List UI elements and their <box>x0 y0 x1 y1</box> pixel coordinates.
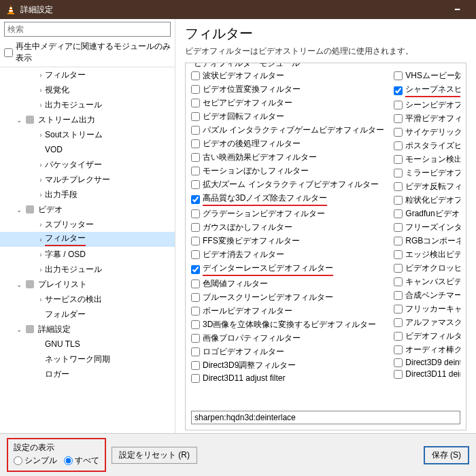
module-only-input[interactable] <box>4 48 13 57</box>
filter-checkbox-input[interactable] <box>191 265 200 274</box>
filter-checkbox-input[interactable] <box>394 332 403 341</box>
filter-checkbox[interactable]: ブルースクリーンビデオフィルター <box>191 292 384 303</box>
filter-checkbox[interactable]: 波状ビデオフィルター <box>191 70 384 82</box>
filter-checkbox[interactable]: ビデオ回転フィルター <box>191 111 384 122</box>
filter-checkbox[interactable]: 画像プロパティフィルター <box>191 333 384 344</box>
filter-checkbox[interactable]: フリッカーキャンセルビデオフィルター <box>394 303 460 315</box>
tree-item[interactable]: ⌄ストリーム出力 <box>0 112 175 127</box>
filter-checkbox[interactable]: 色閾値フィルター <box>191 278 384 290</box>
filter-checkbox[interactable]: VHSムービー効果ビデオフィルター <box>394 70 460 82</box>
filter-checkbox-input[interactable] <box>191 334 200 343</box>
filter-checkbox[interactable]: エッジ検出ビデオフィルター <box>394 249 460 260</box>
filter-checkbox-input[interactable] <box>394 370 403 379</box>
filter-checkbox[interactable]: サイケデリックビデオフィルター <box>394 126 460 138</box>
tree-item[interactable]: ›フィルター <box>0 232 175 247</box>
filter-checkbox-input[interactable] <box>394 182 403 191</box>
settings-tree[interactable]: ›フィルター›視覚化›出力モジュール⌄ストリーム出力›SoutストリームVOD›… <box>0 67 175 433</box>
module-only-checkbox[interactable]: 再生中メディアに関連するモジュールのみ表示 <box>0 39 175 67</box>
tree-item[interactable]: ›出力モジュール <box>0 262 175 277</box>
tree-item[interactable]: ロガー <box>0 367 175 381</box>
filter-checkbox-input[interactable] <box>394 155 403 164</box>
tree-item[interactable]: フォルダー <box>0 307 175 322</box>
filter-checkbox[interactable]: 高品質な3Dノイズ除去フィルター <box>191 192 384 206</box>
tree-item[interactable]: ⌄詳細設定 <box>0 322 175 337</box>
filter-checkbox[interactable]: デインターレースビデオフィルター <box>191 262 384 276</box>
filter-checkbox[interactable]: ミラービデオフィルター <box>394 167 460 179</box>
filter-checkbox[interactable]: ビデオ消去フィルター <box>191 249 384 260</box>
tree-item[interactable]: ›サービスの検出 <box>0 292 175 307</box>
filter-checkbox[interactable]: ビデオの後処理フィルター <box>191 138 384 150</box>
filter-checkbox-input[interactable] <box>191 347 200 356</box>
filter-checkbox-input[interactable] <box>394 358 403 367</box>
filter-checkbox[interactable]: ビデオフィルターモジュールのチェーン <box>394 330 460 342</box>
radio-simple[interactable]: シンプル <box>14 455 57 466</box>
filter-checkbox-input[interactable] <box>191 139 200 148</box>
filter-checkbox[interactable]: RGBコンポーネント抽出ビデオフィル <box>394 235 460 247</box>
filter-checkbox[interactable]: シャープネスビデオフィルター <box>394 84 460 97</box>
filter-checkbox-input[interactable] <box>394 277 403 286</box>
tree-item[interactable]: ›字幕 / OSD <box>0 247 175 262</box>
filter-checkbox-input[interactable] <box>394 223 403 232</box>
tree-item[interactable]: ›視覚化 <box>0 82 175 97</box>
filter-checkbox-input[interactable] <box>394 114 403 123</box>
radio-all[interactable]: すべて <box>64 455 99 466</box>
filter-checkbox-input[interactable] <box>394 264 403 273</box>
filter-checkbox[interactable]: モーションぼかしフィルター <box>191 165 384 177</box>
filter-checkbox[interactable]: 3D画像を立体映像に変換するビデオフィルター <box>191 319 384 330</box>
filter-checkbox[interactable]: Direct3D9 deinterlace filter <box>394 358 460 367</box>
filter-checkbox-input[interactable] <box>394 318 403 327</box>
filter-checkbox-input[interactable] <box>191 237 200 245</box>
tree-item[interactable]: ›マルチプレクサー <box>0 172 175 187</box>
tree-item[interactable]: ›Soutストリーム <box>0 127 175 142</box>
filter-checkbox[interactable]: Direct3D11 adjust filter <box>191 373 384 383</box>
filter-checkbox-input[interactable] <box>394 71 403 80</box>
filter-checkbox-input[interactable] <box>394 345 403 354</box>
tree-item[interactable]: GNU TLS <box>0 337 175 352</box>
filter-checkbox[interactable]: ポスタライズビデオフィルター <box>394 140 460 152</box>
reset-button[interactable]: 設定をリセット (R) <box>112 447 197 464</box>
filter-checkbox[interactable]: オーディオ棒グラフビデオサブソース <box>394 344 460 356</box>
filter-checkbox-input[interactable] <box>191 167 200 175</box>
tree-item[interactable]: VOD <box>0 142 175 157</box>
filter-checkbox[interactable]: シーンビデオフィルター <box>394 99 460 111</box>
filter-checkbox-input[interactable] <box>394 169 403 177</box>
filter-checkbox-input[interactable] <box>394 250 403 259</box>
filter-checkbox-input[interactable] <box>191 361 200 370</box>
filter-checkbox[interactable]: フリーズインタラクティブビデオフィルタ <box>394 222 460 233</box>
filter-checkbox[interactable]: Gradfunビデオフィルター <box>394 208 460 220</box>
filter-checkbox-input[interactable] <box>191 320 200 329</box>
filter-checkbox-input[interactable] <box>394 86 403 95</box>
filter-checkbox-input[interactable] <box>191 112 200 121</box>
filter-checkbox[interactable]: FFS変換ビデオフィルター <box>191 235 384 247</box>
filter-checkbox[interactable]: ボールビデオフィルター <box>191 305 384 317</box>
filter-checkbox[interactable]: 粒状化ビデオフィルター <box>394 194 460 206</box>
tree-item[interactable]: ⌄ビデオ <box>0 202 175 217</box>
filter-checkbox[interactable]: 古い映画効果ビデオフィルター <box>191 152 384 163</box>
filter-checkbox[interactable]: ビデオクロッピングフィルター <box>394 262 460 274</box>
filter-checkbox-input[interactable] <box>191 180 200 189</box>
tree-item[interactable]: ›スプリッター <box>0 217 175 232</box>
filter-checkbox[interactable]: ビデオ位置変換フィルター <box>191 84 384 95</box>
search-input[interactable] <box>4 22 171 37</box>
filter-checkbox[interactable]: Direct3D11 deinterlace filter <box>394 369 460 379</box>
filter-checkbox-input[interactable] <box>191 71 200 80</box>
tree-item[interactable]: ›出力手段 <box>0 187 175 202</box>
filter-checkbox-input[interactable] <box>394 128 403 137</box>
filter-checkbox[interactable]: 平滑ビデオフィルター <box>394 113 460 124</box>
filter-checkbox-input[interactable] <box>394 141 403 150</box>
filter-checkbox-input[interactable] <box>191 250 200 259</box>
filter-checkbox-input[interactable] <box>394 209 403 218</box>
tree-item[interactable]: ⌄プレイリスト <box>0 277 175 292</box>
filter-checkbox-input[interactable] <box>394 291 403 300</box>
filter-checkbox[interactable]: モーション検出ビデオフィルター <box>394 154 460 165</box>
tree-item[interactable]: ›出力モジュール <box>0 97 175 112</box>
filter-checkbox-input[interactable] <box>394 237 403 245</box>
filter-checkbox[interactable]: パズル インタラクティブゲームビデオフィルター <box>191 124 384 136</box>
filter-checkbox-input[interactable] <box>394 101 403 109</box>
filter-checkbox-input[interactable] <box>191 307 200 316</box>
filter-checkbox[interactable]: 合成ベンチマークフィルター <box>394 290 460 301</box>
filter-checkbox-input[interactable] <box>191 153 200 162</box>
filter-checkbox-input[interactable] <box>191 223 200 232</box>
tree-item[interactable]: ›フィルター <box>0 67 175 82</box>
filter-checkbox[interactable]: ビデオ反転フィルター <box>394 181 460 192</box>
